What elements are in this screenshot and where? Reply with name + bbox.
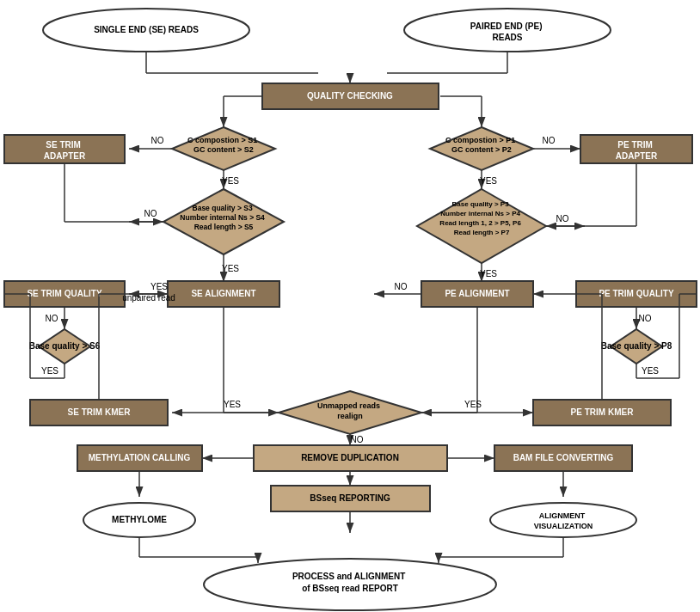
pe-quality-yes-label: YES xyxy=(480,269,497,278)
se-trim-quality-no-label: NO xyxy=(46,314,58,323)
pe-quality-no-label: NO xyxy=(556,214,569,223)
methylome-label: METHYLOME xyxy=(112,515,167,524)
quality-checking-label: QUALITY CHECKING xyxy=(307,91,393,101)
se-quality-yes-label: YES xyxy=(222,264,239,273)
se-base-yes-label: YES xyxy=(41,366,58,376)
unpaired-yes-label: YES xyxy=(150,282,168,291)
se-reads-label: SINGLE END (SE) READS xyxy=(94,25,199,34)
remove-duplication-label: REMOVE DUPLICATION xyxy=(301,453,399,462)
pe-trim-quality-label: PE TRIM QUALITY xyxy=(599,289,674,298)
bsseq-reporting-label: BSseq REPORTING xyxy=(310,493,390,503)
bam-file-converting-label: BAM FILE CONVERTING xyxy=(513,453,614,462)
pe-base-quality-label: Base quality > P8 xyxy=(601,341,672,351)
flowchart-container: SINGLE END (SE) READS PAIRED END (PE) RE… xyxy=(0,0,700,612)
pe-trim-kmer-label: PE TRIM KMER xyxy=(571,407,635,417)
pe-base-yes-label: YES xyxy=(642,366,659,376)
unmapped-yes-right-label: YES xyxy=(464,400,482,409)
pe-gc-no-label: NO xyxy=(543,136,556,145)
se-quality-no-label: NO xyxy=(144,209,157,218)
se-gc-label: C compostion > S1 GC content > S2 xyxy=(187,136,260,155)
pe-trim-quality-no-label: NO xyxy=(639,314,652,323)
se-gc-no-label: NO xyxy=(151,136,164,145)
se-trim-quality-label: SE TRIM QUALITY xyxy=(27,289,102,298)
pe-alignment-no-label: NO xyxy=(395,282,408,291)
unmapped-no-label: NO xyxy=(351,435,364,444)
methylation-calling-label: METHYLATION CALLING xyxy=(89,453,191,462)
pe-gc-label: C compostion > P1 GC content > P2 xyxy=(445,136,518,155)
pe-gc-yes-label: YES xyxy=(480,176,497,186)
se-trim-kmer-label: SE TRIM KMER xyxy=(68,407,132,417)
se-base-quality-label: Base quality > S6 xyxy=(29,341,101,351)
se-gc-yes-label: YES xyxy=(222,176,239,186)
se-alignment-label: SE ALIGNMENT xyxy=(191,289,255,298)
unmapped-yes-left-label: YES xyxy=(224,400,241,409)
pe-alignment-label: PE ALIGNMENT xyxy=(445,289,509,298)
